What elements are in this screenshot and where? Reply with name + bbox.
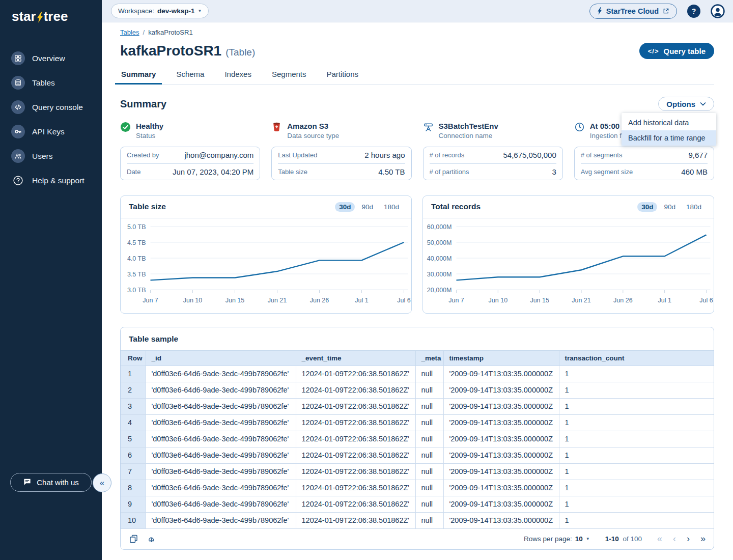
cloud-button-label: StarTree Cloud xyxy=(606,7,659,15)
card-value: 2 hours ago xyxy=(364,151,405,159)
table-cell: null xyxy=(415,480,443,496)
sidebar-item-label: Tables xyxy=(32,78,55,88)
table-cell: 'd0ff03e6-64d6-9ade-3edc-499b789062fe' xyxy=(146,496,296,512)
svg-text:Jun 21: Jun 21 xyxy=(572,297,591,304)
table-row: 7'd0ff03e6-64d6-9ade-3edc-499b789062fe'1… xyxy=(121,463,714,480)
collapse-sidebar-button[interactable]: « xyxy=(93,473,111,492)
table-cell: '2009-09-14T13:03:35.000000Z xyxy=(443,463,559,480)
last-page-icon[interactable]: » xyxy=(700,534,706,543)
chart-title: Total records xyxy=(431,202,481,211)
topbar-actions: StarTree Cloud ? xyxy=(589,4,725,19)
sidebar-item-overview[interactable]: Overview xyxy=(0,51,102,66)
table-cell: null xyxy=(415,431,443,447)
breadcrumb-separator: / xyxy=(143,29,145,36)
summary-card: Last Updated2 hours agoTable size4.50 TB xyxy=(271,147,411,180)
query-table-button[interactable]: </> Query table xyxy=(639,43,714,59)
range-180d[interactable]: 180d xyxy=(682,202,706,212)
table-cell: null xyxy=(415,463,443,480)
table-row: 2'd0ff03e6-64d6-9ade-3edc-499b789062fe'1… xyxy=(121,382,714,398)
table-cell: '2009-09-14T13:03:35.000000Z xyxy=(443,512,559,528)
chevron-down-icon xyxy=(700,102,706,106)
table-type-suffix: (Table) xyxy=(225,47,255,58)
menu-item-add-historical-data[interactable]: Add historical data xyxy=(622,115,716,130)
range-30d[interactable]: 30d xyxy=(335,202,355,212)
sidebar-item-label: Query console xyxy=(32,103,83,112)
table-footer: Rows per page: 10 ▼ 1-10 of 100 «‹›» xyxy=(121,529,714,549)
card-label: # of partitions xyxy=(430,168,469,176)
card-label: # of records xyxy=(430,151,465,159)
summary-stat-status: HealthyStatus xyxy=(120,121,260,139)
range-90d[interactable]: 90d xyxy=(660,202,680,212)
card-value: 54,675,050,000 xyxy=(503,151,556,159)
prev-page-icon[interactable]: ‹ xyxy=(673,534,676,543)
first-page-icon[interactable]: « xyxy=(657,534,662,543)
account-circle-icon xyxy=(711,4,725,18)
tab-partitions[interactable]: Partitions xyxy=(326,67,360,84)
tab-summary[interactable]: Summary xyxy=(120,67,157,84)
question-mark-icon: ? xyxy=(692,7,696,15)
sidebar-item-query-console[interactable]: Query console xyxy=(0,100,102,115)
table-cell: 12024-01-09T22:06:38.501862Z' xyxy=(296,414,415,431)
next-page-icon[interactable]: › xyxy=(687,534,690,543)
summary-card-row: Last Updated2 hours ago xyxy=(278,147,405,163)
svg-text:Jun 21: Jun 21 xyxy=(268,297,287,304)
menu-item-backfill-for-a-time-range[interactable]: Backfill for a time range xyxy=(622,130,716,146)
cloud-download-icon xyxy=(147,534,156,544)
svg-text:Jul 1: Jul 1 xyxy=(355,297,368,304)
download-button[interactable] xyxy=(147,534,156,544)
rows-per-page-select[interactable]: Rows per page: 10 ▼ xyxy=(524,535,590,543)
chat-with-us-button[interactable]: Chat with us xyxy=(10,473,92,492)
column-header-row: Row xyxy=(121,350,146,366)
column-header-meta: _meta xyxy=(415,350,443,366)
sidebar-item-help-support[interactable]: Help & support xyxy=(0,173,102,188)
table-cell: 12024-01-09T22:06:38.501862Z' xyxy=(296,512,415,528)
range-90d[interactable]: 90d xyxy=(357,202,377,212)
sidebar-item-label: Help & support xyxy=(32,176,84,185)
table-cell: '2009-09-14T13:03:35.000000Z xyxy=(443,447,559,463)
svg-text:Jun 15: Jun 15 xyxy=(530,297,549,304)
chat-label: Chat with us xyxy=(37,478,79,487)
stat-label: Status xyxy=(136,132,163,139)
tab-segments[interactable]: Segments xyxy=(271,67,307,84)
table-cell: 12024-01-09T22:06:38.501862Z' xyxy=(296,480,415,496)
cards-grid: Created byjhon@company.comDateJun 07, 20… xyxy=(120,147,714,180)
help-button[interactable]: ? xyxy=(687,5,700,18)
summary-card-row: DateJun 07, 2023, 04:20 PM xyxy=(127,163,253,180)
workspace-selector[interactable]: Workspace: dev-wksp-1 ▼ xyxy=(111,4,209,18)
range-30d[interactable]: 30d xyxy=(637,202,657,212)
table-cell: 1 xyxy=(559,366,714,382)
svg-text:Jun 26: Jun 26 xyxy=(613,297,633,304)
options-button[interactable]: Options xyxy=(658,97,714,111)
startree-cloud-button[interactable]: StarTree Cloud xyxy=(589,4,677,19)
s3-bucket-icon xyxy=(271,122,282,132)
svg-text:Jun 7: Jun 7 xyxy=(448,297,464,304)
pagination-range: 1-10 of 100 xyxy=(605,535,642,543)
svg-text:Jun 10: Jun 10 xyxy=(489,297,508,304)
svg-text:Jun 26: Jun 26 xyxy=(310,297,329,304)
logo-text-tree: tree xyxy=(44,9,68,24)
table-cell: 12024-01-09T22:06:38.501862Z' xyxy=(296,496,415,512)
table-cell: 1 xyxy=(559,382,714,398)
tab-schema[interactable]: Schema xyxy=(175,67,205,84)
sidebar-item-users[interactable]: Users xyxy=(0,149,102,163)
table-name: kafkaProtoSR1 xyxy=(120,43,221,59)
svg-text:Jun 10: Jun 10 xyxy=(183,297,203,304)
logo-text-star: star xyxy=(12,9,36,24)
sidebar-item-tables[interactable]: Tables xyxy=(0,75,102,90)
table-row: 8'd0ff03e6-64d6-9ade-3edc-499b789062fe'1… xyxy=(121,480,714,496)
table-cell: null xyxy=(415,366,443,382)
column-header-event-time: _event_time xyxy=(296,350,415,366)
table-cell: '2009-09-14T13:03:35.000000Z xyxy=(443,382,559,398)
column-header-timestamp: timestamp xyxy=(443,350,559,366)
table-cell: 'd0ff03e6-64d6-9ade-3edc-499b789062fe' xyxy=(146,414,296,431)
user-avatar-button[interactable] xyxy=(711,4,725,18)
copy-button[interactable] xyxy=(129,534,138,544)
sidebar-item-api-keys[interactable]: API Keys xyxy=(0,124,102,139)
table-cell: null xyxy=(415,414,443,431)
tab-indexes[interactable]: Indexes xyxy=(223,67,252,84)
range-180d[interactable]: 180d xyxy=(380,202,403,212)
breadcrumb-current: kafkaProtoSR1 xyxy=(148,29,192,36)
table-cell: 9 xyxy=(121,496,146,512)
table-cell: 1 xyxy=(559,480,714,496)
breadcrumb-tables-link[interactable]: Tables xyxy=(120,29,139,36)
